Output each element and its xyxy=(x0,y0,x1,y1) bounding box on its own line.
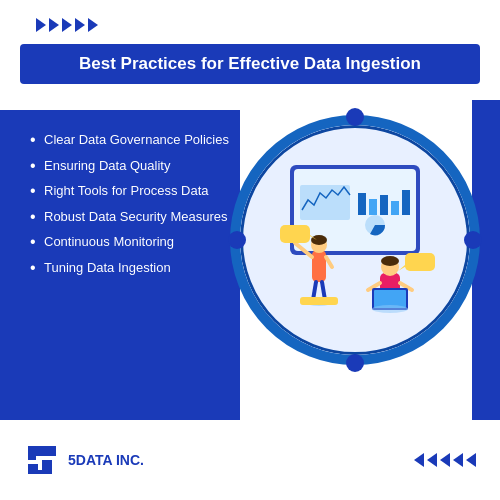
svg-rect-3 xyxy=(358,193,366,215)
outer-circle xyxy=(230,115,480,365)
page-title: Best Practices for Effective Data Ingest… xyxy=(36,54,464,74)
svg-rect-9 xyxy=(312,250,326,282)
svg-line-13 xyxy=(326,257,332,267)
svg-rect-17 xyxy=(300,297,338,305)
svg-point-11 xyxy=(311,235,327,245)
svg-point-27 xyxy=(372,305,408,313)
circle-dot-right xyxy=(464,231,482,249)
illustration-panel xyxy=(220,100,490,380)
top-arrows-decoration xyxy=(36,18,98,32)
page-container: Best Practices for Effective Data Ingest… xyxy=(0,0,500,500)
arrow-icon-5 xyxy=(88,18,98,32)
circle-dot-bottom xyxy=(346,354,364,372)
bullet-list: Clear Data Governance PoliciesEnsuring D… xyxy=(30,130,230,277)
bullet-item-0: Clear Data Governance Policies xyxy=(30,130,230,150)
circle-dot-left xyxy=(228,231,246,249)
bullet-item-3: Robust Data Security Measures xyxy=(30,207,230,227)
bullet-item-1: Ensuring Data Quality xyxy=(30,156,230,176)
bullet-item-4: Continuous Monitoring xyxy=(30,232,230,252)
arrow-icon-4 xyxy=(75,18,85,32)
arrow-icon-1 xyxy=(36,18,46,32)
footer: 5DATA INC. xyxy=(0,420,500,500)
bottom-arrow-1 xyxy=(414,453,424,467)
logo-area: 5DATA INC. xyxy=(24,442,144,478)
arrow-icon-3 xyxy=(62,18,72,32)
left-panel: Clear Data Governance PoliciesEnsuring D… xyxy=(0,110,240,420)
bottom-arrow-4 xyxy=(453,453,463,467)
bottom-arrow-5 xyxy=(466,453,476,467)
svg-rect-6 xyxy=(391,201,399,215)
svg-marker-32 xyxy=(28,446,56,474)
svg-rect-7 xyxy=(402,190,410,215)
people-illustration xyxy=(250,135,460,345)
bottom-arrow-2 xyxy=(427,453,437,467)
company-logo-icon xyxy=(24,442,60,478)
svg-point-20 xyxy=(381,256,399,266)
svg-rect-28 xyxy=(405,253,435,271)
title-bar: Best Practices for Effective Data Ingest… xyxy=(20,44,480,84)
company-name: 5DATA INC. xyxy=(68,452,144,468)
arrow-icon-2 xyxy=(49,18,59,32)
bottom-arrow-3 xyxy=(440,453,450,467)
bullet-item-5: Tuning Data Ingestion xyxy=(30,258,230,278)
svg-rect-5 xyxy=(380,195,388,215)
circle-dot-top xyxy=(346,108,364,126)
svg-rect-4 xyxy=(369,199,377,215)
bottom-arrows-decoration xyxy=(414,453,476,467)
svg-rect-30 xyxy=(280,225,310,243)
bullet-item-2: Right Tools for Process Data xyxy=(30,181,230,201)
